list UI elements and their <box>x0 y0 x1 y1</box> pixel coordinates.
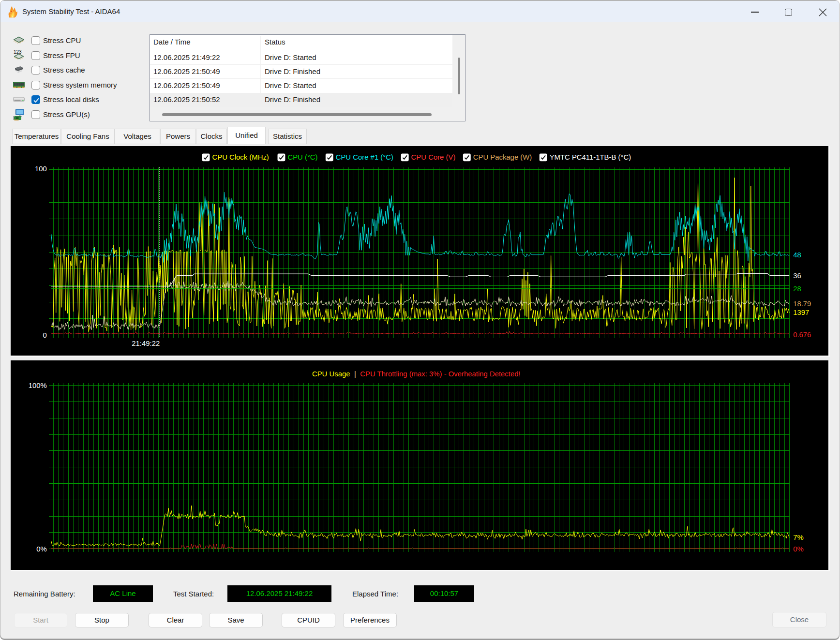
svg-text:7%: 7% <box>793 534 803 541</box>
svg-text:CPU Usage: CPU Usage <box>312 370 350 378</box>
svg-text:123: 123 <box>14 49 22 55</box>
svg-text:YMTC PC411-1TB-B (°C): YMTC PC411-1TB-B (°C) <box>550 153 631 161</box>
svg-text:0%: 0% <box>793 545 803 553</box>
svg-text:100: 100 <box>35 165 47 173</box>
svg-text:48: 48 <box>793 251 801 259</box>
svg-text:CPU (°C): CPU (°C) <box>287 153 317 161</box>
svg-text:CPU Core #1 (°C): CPU Core #1 (°C) <box>336 153 393 161</box>
svg-text:CPU Throttling (max: 3%) - Ove: CPU Throttling (max: 3%) - Overheating D… <box>360 370 520 378</box>
svg-text:36: 36 <box>793 272 801 280</box>
svg-text:21:49:22: 21:49:22 <box>132 340 160 347</box>
svg-text:1397: 1397 <box>793 309 809 316</box>
svg-text:CPU Package (W): CPU Package (W) <box>473 153 532 161</box>
svg-text:CPU Clock (MHz): CPU Clock (MHz) <box>212 153 269 161</box>
svg-text:0.676: 0.676 <box>793 331 811 339</box>
svg-text:28: 28 <box>793 285 801 293</box>
svg-text:0: 0 <box>43 331 47 339</box>
svg-text:18.79: 18.79 <box>793 300 811 308</box>
svg-text:100%: 100% <box>29 382 47 389</box>
svg-text:0%: 0% <box>36 545 46 553</box>
svg-text:|: | <box>354 370 356 378</box>
svg-text:CPU Core (V): CPU Core (V) <box>411 153 456 161</box>
